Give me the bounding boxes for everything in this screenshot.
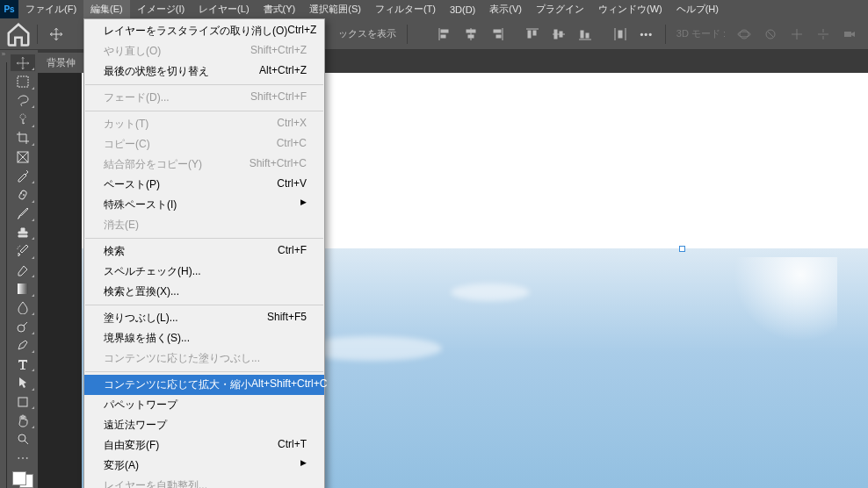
menu-item[interactable]: 検索と置換(X)... — [84, 282, 324, 302]
menu-item: レイヤーを自動整列... — [84, 476, 324, 488]
menu-separator — [85, 305, 323, 305]
color-swatches[interactable] — [12, 471, 33, 488]
menu-item[interactable]: 遠近法ワープ — [84, 415, 324, 435]
dodge-tool[interactable] — [11, 318, 35, 334]
menu-1[interactable]: 編集(E) — [83, 0, 130, 18]
menubar: Ps ファイル(F)編集(E)イメージ(I)レイヤー(L)書式(Y)選択範囲(S… — [0, 0, 868, 18]
svg-point-31 — [20, 192, 21, 193]
edit-toolbar-icon[interactable]: ⋯ — [11, 449, 35, 466]
shape-tool[interactable] — [11, 393, 35, 410]
move-tool[interactable] — [11, 54, 35, 71]
zoom-tool[interactable] — [11, 431, 35, 448]
submenu-arrow-icon: ▶ — [300, 197, 307, 212]
healing-tool[interactable] — [11, 186, 35, 203]
menu-item[interactable]: 自由変形(F)Ctrl+T — [84, 435, 324, 456]
menu-item[interactable]: 変形(A)▶ — [84, 456, 324, 476]
menu-item-label: 結合部分をコピー(Y) — [104, 157, 202, 172]
menu-item-shortcut: Shift+F5 — [267, 311, 307, 326]
menu-3[interactable]: レイヤー(L) — [192, 0, 256, 18]
svg-rect-1 — [441, 30, 448, 32]
tab-label: 背景伸 — [47, 57, 76, 68]
menu-5[interactable]: 選択範囲(S) — [302, 0, 368, 18]
menu-item-label: 塗りつぶし(L)... — [104, 311, 178, 326]
eraser-tool[interactable] — [11, 262, 35, 278]
menu-item-shortcut: Ctrl+X — [277, 117, 307, 132]
menu-9[interactable]: プラグイン — [529, 0, 591, 18]
menu-item: コピー(C)Ctrl+C — [84, 134, 324, 154]
menu-item[interactable]: 境界線を描く(S)... — [84, 328, 324, 348]
crop-tool[interactable] — [11, 130, 35, 147]
frame-tool[interactable] — [11, 148, 35, 165]
svg-point-36 — [18, 434, 25, 441]
svg-rect-16 — [581, 31, 583, 38]
menu-item-label: レイヤーをラスタライズの取り消し(O) — [104, 24, 287, 39]
menu-6[interactable]: フィルター(T) — [368, 0, 443, 18]
svg-point-32 — [23, 194, 24, 195]
blur-tool[interactable] — [11, 299, 35, 316]
menu-item-label: 最後の状態を切り替え — [104, 64, 209, 79]
menu-7[interactable]: 3D(D) — [443, 0, 482, 18]
3d-roll-icon — [759, 23, 782, 46]
align-vcenter-icon[interactable] — [547, 23, 570, 46]
path-select-tool[interactable] — [11, 374, 35, 391]
align-top-icon[interactable] — [521, 23, 544, 46]
menu-2[interactable]: イメージ(I) — [130, 0, 192, 18]
menu-8[interactable]: 表示(V) — [482, 0, 529, 18]
svg-rect-2 — [441, 35, 445, 38]
menu-item-shortcut: Shift+Ctrl+Z — [250, 44, 307, 59]
menu-item[interactable]: 検索Ctrl+F — [84, 241, 324, 262]
3d-mode-label: 3D モード : — [676, 27, 726, 40]
menu-item-label: カット(T) — [104, 117, 148, 132]
svg-rect-4 — [467, 30, 475, 32]
menu-item-label: パペットワープ — [104, 398, 177, 413]
menu-item[interactable]: スペルチェック(H)... — [84, 262, 324, 282]
pen-tool[interactable] — [11, 337, 35, 354]
move-tool-icon[interactable] — [45, 23, 68, 46]
svg-rect-14 — [560, 32, 562, 37]
menu-item: 結合部分をコピー(Y)Shift+Ctrl+C — [84, 154, 324, 175]
svg-rect-24 — [844, 32, 851, 37]
menu-item[interactable]: レイヤーをラスタライズの取り消し(O)Ctrl+Z — [84, 21, 324, 41]
distribute-icon[interactable] — [609, 23, 632, 46]
menu-11[interactable]: ヘルプ(H) — [669, 0, 726, 18]
menu-item[interactable]: 最後の状態を切り替えAlt+Ctrl+Z — [84, 61, 324, 82]
align-bottom-icon[interactable] — [574, 23, 597, 46]
svg-rect-5 — [468, 35, 474, 38]
quick-select-tool[interactable] — [11, 111, 35, 127]
menu-item[interactable]: パペットワープ — [84, 395, 324, 415]
lasso-tool[interactable] — [11, 92, 35, 109]
menu-10[interactable]: ウィンドウ(W) — [591, 0, 669, 18]
hand-tool[interactable] — [11, 412, 35, 428]
edit-menu-dropdown: レイヤーをラスタライズの取り消し(O)Ctrl+Zやり直し(O)Shift+Ct… — [83, 18, 325, 488]
eyedropper-tool[interactable] — [11, 168, 35, 184]
svg-rect-17 — [586, 33, 589, 38]
marquee-tool[interactable] — [11, 73, 35, 90]
menu-item-shortcut: Ctrl+C — [277, 137, 307, 152]
menu-item-shortcut: Ctrl+Z — [287, 24, 316, 39]
expand-arrow-icon[interactable]: » — [0, 50, 7, 62]
menu-item[interactable]: 特殊ペースト(I)▶ — [84, 195, 324, 215]
home-button[interactable] — [5, 22, 32, 47]
menu-0[interactable]: ファイル(F) — [18, 0, 83, 18]
svg-rect-20 — [618, 31, 622, 38]
menu-item[interactable]: コンテンツに応じて拡大・縮小Alt+Shift+Ctrl+C — [84, 375, 324, 395]
menu-item[interactable]: ペースト(P)Ctrl+V — [84, 175, 324, 195]
menu-item-label: 遠近法ワープ — [104, 418, 167, 433]
history-brush-tool[interactable] — [11, 242, 35, 259]
svg-point-34 — [18, 325, 25, 332]
align-right-icon[interactable] — [486, 23, 509, 46]
menu-item-label: 変形(A) — [104, 458, 139, 473]
brush-tool[interactable] — [11, 205, 35, 222]
type-tool[interactable] — [11, 355, 35, 372]
more-align-icon[interactable]: ••• — [635, 23, 658, 46]
menu-item-label: コンテンツに応じた塗りつぶし... — [104, 351, 260, 366]
menu-item[interactable]: 塗りつぶし(L)...Shift+F5 — [84, 308, 324, 328]
panel-collapse-strip[interactable]: » — [0, 50, 7, 488]
stamp-tool[interactable] — [11, 224, 35, 240]
document-tab[interactable]: 背景伸 — [38, 53, 85, 73]
align-hcenter-icon[interactable] — [459, 23, 482, 46]
transform-handle[interactable] — [679, 246, 685, 252]
menu-4[interactable]: 書式(Y) — [257, 0, 303, 18]
gradient-tool[interactable] — [11, 280, 35, 297]
align-left-icon[interactable] — [433, 23, 456, 46]
